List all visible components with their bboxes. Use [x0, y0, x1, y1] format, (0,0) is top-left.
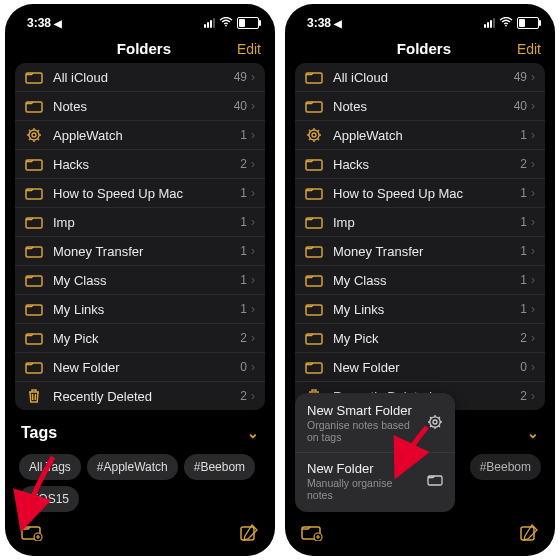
folder-icon	[305, 68, 323, 86]
chevron-right-icon: ›	[251, 389, 255, 403]
folder-label: New Folder	[53, 360, 240, 375]
folder-count: 1	[240, 186, 247, 200]
folder-icon	[25, 213, 43, 231]
list-item[interactable]: New Folder0›	[15, 353, 265, 382]
folder-icon	[305, 213, 323, 231]
svg-line-35	[309, 139, 310, 140]
list-item[interactable]: New Folder0›	[295, 353, 545, 382]
folder-label: AppleWatch	[53, 128, 240, 143]
folder-label: Hacks	[53, 157, 240, 172]
list-item[interactable]: Imp1›	[295, 208, 545, 237]
phone-right: 3:38 ◀ Folders Edit All iCloud49›Notes40…	[285, 4, 555, 556]
edit-button[interactable]: Edit	[517, 41, 541, 57]
new-folder-button[interactable]	[21, 523, 43, 548]
folder-label: Imp	[333, 215, 520, 230]
list-item[interactable]: My Class1›	[295, 266, 545, 295]
list-item[interactable]: Imp1›	[15, 208, 265, 237]
svg-line-52	[439, 425, 440, 426]
list-item[interactable]: How to Speed Up Mac1›	[15, 179, 265, 208]
list-item[interactable]: AppleWatch1›	[295, 121, 545, 150]
tag-chip[interactable]: #AppleWatch	[87, 454, 178, 480]
svg-rect-23	[241, 527, 254, 540]
chevron-right-icon: ›	[531, 331, 535, 345]
folder-count: 1	[520, 215, 527, 229]
folder-label: All iCloud	[53, 70, 234, 85]
new-folder-popup: New Smart Folder Organise notes based on…	[295, 393, 455, 512]
folder-count: 2	[520, 389, 527, 403]
chevron-right-icon: ›	[531, 302, 535, 316]
list-item[interactable]: Recently Deleted2›	[15, 382, 265, 410]
svg-line-33	[309, 130, 310, 131]
status-bar: 3:38 ◀	[285, 4, 555, 36]
list-item[interactable]: My Class1›	[15, 266, 265, 295]
svg-rect-58	[521, 527, 534, 540]
list-item[interactable]: Notes40›	[15, 92, 265, 121]
svg-line-36	[318, 130, 319, 131]
folder-label: Notes	[333, 99, 514, 114]
folder-icon	[305, 155, 323, 173]
edit-button[interactable]: Edit	[237, 41, 261, 57]
folder-count: 1	[240, 215, 247, 229]
folder-count: 1	[520, 128, 527, 142]
folder-count: 2	[520, 331, 527, 345]
chevron-right-icon: ›	[251, 186, 255, 200]
chevron-right-icon: ›	[251, 70, 255, 84]
new-smart-folder-option[interactable]: New Smart Folder Organise notes based on…	[295, 395, 455, 453]
folder-count: 2	[240, 331, 247, 345]
list-item[interactable]: Notes40›	[295, 92, 545, 121]
chevron-right-icon: ›	[251, 360, 255, 374]
folder-list[interactable]: All iCloud49›Notes40›AppleWatch1›Hacks2›…	[295, 63, 545, 410]
battery-icon	[237, 17, 259, 29]
folder-count: 2	[240, 157, 247, 171]
tags-header[interactable]: Tags ⌄	[5, 410, 275, 450]
bottom-toolbar	[285, 523, 555, 548]
list-item[interactable]: Hacks2›	[295, 150, 545, 179]
folder-list[interactable]: All iCloud49›Notes40›AppleWatch1›Hacks2›…	[15, 63, 265, 410]
tag-chip[interactable]: #iOS15	[19, 486, 79, 512]
folder-icon	[25, 184, 43, 202]
folder-icon	[305, 300, 323, 318]
compose-button[interactable]	[239, 523, 259, 548]
gear-icon	[305, 126, 323, 144]
folder-icon	[25, 358, 43, 376]
svg-point-46	[433, 420, 437, 424]
chevron-right-icon: ›	[531, 273, 535, 287]
folder-label: My Class	[333, 273, 520, 288]
list-item[interactable]: All iCloud49›	[295, 63, 545, 92]
folder-icon	[25, 155, 43, 173]
folder-label: How to Speed Up Mac	[333, 186, 520, 201]
folder-count: 0	[520, 360, 527, 374]
gear-icon	[427, 414, 443, 433]
list-item[interactable]: My Links1›	[295, 295, 545, 324]
list-item[interactable]: All iCloud49›	[15, 63, 265, 92]
new-folder-button[interactable]	[301, 523, 323, 548]
list-item[interactable]: Hacks2›	[15, 150, 265, 179]
tag-chip[interactable]: #Beebom	[470, 454, 541, 480]
tag-chip[interactable]: #Beebom	[184, 454, 255, 480]
folder-count: 40	[514, 99, 527, 113]
tag-chip[interactable]: All Tags	[19, 454, 81, 480]
compose-button[interactable]	[519, 523, 539, 548]
list-item[interactable]: How to Speed Up Mac1›	[295, 179, 545, 208]
chevron-right-icon: ›	[531, 244, 535, 258]
list-item[interactable]: My Pick2›	[295, 324, 545, 353]
folder-count: 1	[520, 302, 527, 316]
folder-label: My Pick	[53, 331, 240, 346]
list-item[interactable]: AppleWatch1›	[15, 121, 265, 150]
folder-icon	[25, 97, 43, 115]
signal-icon	[204, 18, 215, 28]
folder-icon	[25, 329, 43, 347]
list-item[interactable]: My Links1›	[15, 295, 265, 324]
phone-left: 3:38 ◀ Folders Edit All iCloud49›Notes40…	[5, 4, 275, 556]
status-bar: 3:38 ◀	[5, 4, 275, 36]
new-folder-option[interactable]: New Folder Manually organise notes	[295, 453, 455, 510]
list-item[interactable]: Money Transfer1›	[295, 237, 545, 266]
folder-label: My Links	[53, 302, 240, 317]
list-item[interactable]: My Pick2›	[15, 324, 265, 353]
folder-count: 2	[520, 157, 527, 171]
folder-label: AppleWatch	[333, 128, 520, 143]
folder-count: 1	[520, 186, 527, 200]
folder-icon	[305, 329, 323, 347]
list-item[interactable]: Money Transfer1›	[15, 237, 265, 266]
bottom-toolbar	[5, 523, 275, 548]
